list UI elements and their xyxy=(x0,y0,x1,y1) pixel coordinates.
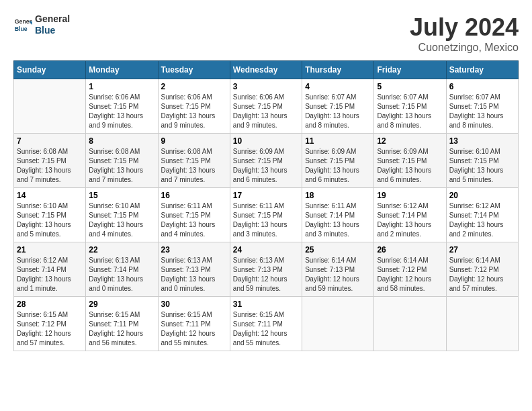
day-number: 3 xyxy=(233,82,299,91)
day-info: Sunrise: 6:15 AM Sunset: 7:11 PM Dayligh… xyxy=(89,310,154,348)
day-info: Sunrise: 6:12 AM Sunset: 7:14 PM Dayligh… xyxy=(17,256,83,293)
calendar-cell: 19Sunrise: 6:12 AM Sunset: 7:14 PM Dayli… xyxy=(374,188,446,242)
day-number: 13 xyxy=(449,136,515,146)
day-number: 2 xyxy=(161,82,227,91)
day-number: 21 xyxy=(17,245,83,255)
day-number: 11 xyxy=(305,136,371,146)
logo-blue-text: Blue xyxy=(35,25,70,36)
column-header-monday: Monday xyxy=(86,61,158,79)
day-info: Sunrise: 6:13 AM Sunset: 7:13 PM Dayligh… xyxy=(161,256,227,293)
calendar-cell: 10Sunrise: 6:09 AM Sunset: 7:15 PM Dayli… xyxy=(230,134,302,188)
calendar-cell: 13Sunrise: 6:10 AM Sunset: 7:15 PM Dayli… xyxy=(446,134,518,188)
day-info: Sunrise: 6:14 AM Sunset: 7:12 PM Dayligh… xyxy=(377,256,443,293)
week-row-2: 7Sunrise: 6:08 AM Sunset: 7:15 PM Daylig… xyxy=(14,134,519,188)
calendar-cell: 11Sunrise: 6:09 AM Sunset: 7:15 PM Dayli… xyxy=(302,134,374,188)
week-row-3: 14Sunrise: 6:10 AM Sunset: 7:15 PM Dayli… xyxy=(14,188,519,242)
day-number: 28 xyxy=(17,300,83,309)
day-info: Sunrise: 6:14 AM Sunset: 7:12 PM Dayligh… xyxy=(449,256,515,293)
calendar-cell: 20Sunrise: 6:12 AM Sunset: 7:14 PM Dayli… xyxy=(446,188,518,242)
day-info: Sunrise: 6:09 AM Sunset: 7:15 PM Dayligh… xyxy=(377,147,443,185)
calendar-cell: 4Sunrise: 6:07 AM Sunset: 7:15 PM Daylig… xyxy=(302,79,374,134)
calendar-cell: 25Sunrise: 6:14 AM Sunset: 7:13 PM Dayli… xyxy=(302,242,374,297)
calendar-cell: 9Sunrise: 6:08 AM Sunset: 7:15 PM Daylig… xyxy=(158,134,230,188)
day-number: 10 xyxy=(233,136,299,146)
day-info: Sunrise: 6:10 AM Sunset: 7:15 PM Dayligh… xyxy=(17,201,83,239)
day-number: 17 xyxy=(233,191,299,200)
logo-icon: General Blue xyxy=(13,15,32,34)
calendar-cell: 23Sunrise: 6:13 AM Sunset: 7:13 PM Dayli… xyxy=(158,242,230,297)
day-number: 15 xyxy=(89,191,154,200)
day-number: 12 xyxy=(377,136,443,146)
day-number: 20 xyxy=(449,191,515,200)
calendar-cell: 16Sunrise: 6:11 AM Sunset: 7:15 PM Dayli… xyxy=(158,188,230,242)
week-row-4: 21Sunrise: 6:12 AM Sunset: 7:14 PM Dayli… xyxy=(14,242,519,297)
column-header-wednesday: Wednesday xyxy=(230,61,302,79)
calendar-cell: 28Sunrise: 6:15 AM Sunset: 7:12 PM Dayli… xyxy=(14,297,86,351)
day-info: Sunrise: 6:08 AM Sunset: 7:15 PM Dayligh… xyxy=(17,147,83,185)
calendar-cell: 29Sunrise: 6:15 AM Sunset: 7:11 PM Dayli… xyxy=(86,297,158,351)
calendar-cell: 7Sunrise: 6:08 AM Sunset: 7:15 PM Daylig… xyxy=(14,134,86,188)
day-number: 29 xyxy=(89,300,154,309)
calendar-cell xyxy=(374,297,446,351)
column-header-tuesday: Tuesday xyxy=(158,61,230,79)
day-number: 18 xyxy=(305,191,371,200)
week-row-1: 1Sunrise: 6:06 AM Sunset: 7:15 PM Daylig… xyxy=(14,79,519,134)
calendar-cell: 12Sunrise: 6:09 AM Sunset: 7:15 PM Dayli… xyxy=(374,134,446,188)
calendar-cell: 31Sunrise: 6:15 AM Sunset: 7:11 PM Dayli… xyxy=(230,297,302,351)
day-info: Sunrise: 6:10 AM Sunset: 7:15 PM Dayligh… xyxy=(449,147,515,185)
day-number: 7 xyxy=(17,136,83,146)
day-number: 19 xyxy=(377,191,443,200)
day-info: Sunrise: 6:13 AM Sunset: 7:13 PM Dayligh… xyxy=(233,256,299,293)
day-number: 23 xyxy=(161,245,227,255)
calendar-cell: 26Sunrise: 6:14 AM Sunset: 7:12 PM Dayli… xyxy=(374,242,446,297)
day-number: 31 xyxy=(233,300,299,309)
calendar-cell xyxy=(446,297,518,351)
calendar-cell: 24Sunrise: 6:13 AM Sunset: 7:13 PM Dayli… xyxy=(230,242,302,297)
day-number: 24 xyxy=(233,245,299,255)
svg-text:Blue: Blue xyxy=(15,26,28,32)
day-info: Sunrise: 6:06 AM Sunset: 7:15 PM Dayligh… xyxy=(233,93,299,130)
day-number: 6 xyxy=(449,82,515,91)
calendar-header-row: SundayMondayTuesdayWednesdayThursdayFrid… xyxy=(14,61,519,79)
day-info: Sunrise: 6:08 AM Sunset: 7:15 PM Dayligh… xyxy=(89,147,154,185)
calendar-cell: 17Sunrise: 6:11 AM Sunset: 7:15 PM Dayli… xyxy=(230,188,302,242)
day-info: Sunrise: 6:07 AM Sunset: 7:15 PM Dayligh… xyxy=(449,93,515,130)
column-header-sunday: Sunday xyxy=(14,61,86,79)
day-number: 16 xyxy=(161,191,227,200)
day-info: Sunrise: 6:13 AM Sunset: 7:14 PM Dayligh… xyxy=(89,256,154,293)
day-number: 26 xyxy=(377,245,443,255)
title-area: July 2024 Cuonetzingo, Mexico xyxy=(410,13,519,54)
calendar-cell: 3Sunrise: 6:06 AM Sunset: 7:15 PM Daylig… xyxy=(230,79,302,134)
calendar-cell: 18Sunrise: 6:11 AM Sunset: 7:14 PM Dayli… xyxy=(302,188,374,242)
week-row-5: 28Sunrise: 6:15 AM Sunset: 7:12 PM Dayli… xyxy=(14,297,519,351)
day-info: Sunrise: 6:06 AM Sunset: 7:15 PM Dayligh… xyxy=(89,93,154,130)
day-info: Sunrise: 6:12 AM Sunset: 7:14 PM Dayligh… xyxy=(449,201,515,239)
calendar-cell: 6Sunrise: 6:07 AM Sunset: 7:15 PM Daylig… xyxy=(446,79,518,134)
day-info: Sunrise: 6:11 AM Sunset: 7:15 PM Dayligh… xyxy=(233,201,299,239)
day-info: Sunrise: 6:08 AM Sunset: 7:15 PM Dayligh… xyxy=(161,147,227,185)
day-info: Sunrise: 6:09 AM Sunset: 7:15 PM Dayligh… xyxy=(305,147,371,185)
day-info: Sunrise: 6:15 AM Sunset: 7:12 PM Dayligh… xyxy=(17,310,83,348)
logo: General Blue General Blue xyxy=(13,13,70,36)
day-info: Sunrise: 6:15 AM Sunset: 7:11 PM Dayligh… xyxy=(233,310,299,348)
day-info: Sunrise: 6:11 AM Sunset: 7:15 PM Dayligh… xyxy=(161,201,227,239)
day-number: 4 xyxy=(305,82,371,91)
calendar-cell: 14Sunrise: 6:10 AM Sunset: 7:15 PM Dayli… xyxy=(14,188,86,242)
calendar-cell xyxy=(14,79,86,134)
column-header-friday: Friday xyxy=(374,61,446,79)
calendar-cell: 21Sunrise: 6:12 AM Sunset: 7:14 PM Dayli… xyxy=(14,242,86,297)
calendar-table: SundayMondayTuesdayWednesdayThursdayFrid… xyxy=(13,60,519,351)
day-info: Sunrise: 6:11 AM Sunset: 7:14 PM Dayligh… xyxy=(305,201,371,239)
calendar-cell: 15Sunrise: 6:10 AM Sunset: 7:15 PM Dayli… xyxy=(86,188,158,242)
day-number: 8 xyxy=(89,136,154,146)
day-number: 9 xyxy=(161,136,227,146)
logo-general-text: General xyxy=(35,13,70,25)
logo-text: General Blue xyxy=(35,13,70,36)
day-info: Sunrise: 6:07 AM Sunset: 7:15 PM Dayligh… xyxy=(377,93,443,130)
calendar-cell: 22Sunrise: 6:13 AM Sunset: 7:14 PM Dayli… xyxy=(86,242,158,297)
day-number: 14 xyxy=(17,191,83,200)
column-header-thursday: Thursday xyxy=(302,61,374,79)
page-header: General Blue General Blue July 2024 Cuon… xyxy=(13,13,519,54)
day-info: Sunrise: 6:09 AM Sunset: 7:15 PM Dayligh… xyxy=(233,147,299,185)
day-number: 5 xyxy=(377,82,443,91)
